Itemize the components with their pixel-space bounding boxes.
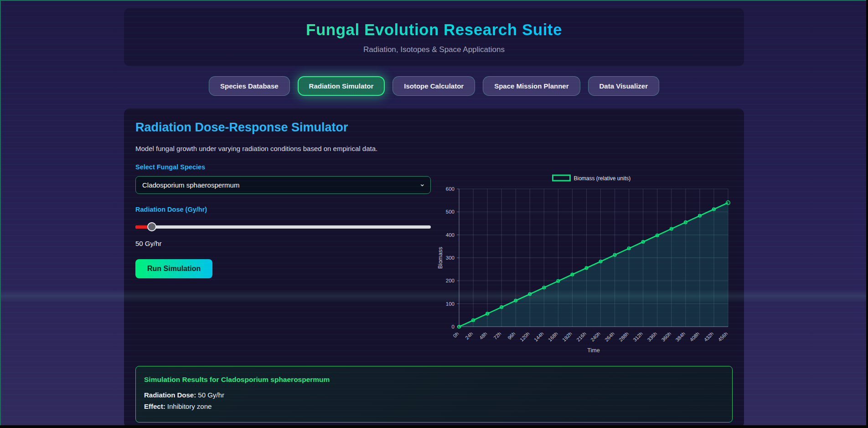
panel-description: Model fungal growth under varying radiat… [135,145,733,152]
svg-text:336h: 336h [646,331,658,343]
svg-text:288h: 288h [618,331,630,343]
svg-text:168h: 168h [547,331,559,343]
chart-legend: Biomass (relative units) [553,175,631,182]
results-effect-line: Effect: Inhibitory zone [144,402,724,410]
svg-text:300: 300 [446,255,455,261]
tab-radiation-simulator[interactable]: Radiation Simulator [298,76,385,96]
svg-text:200: 200 [446,278,455,283]
results-effect-label: Effect: [144,402,165,410]
radiation-simulator-panel: Radiation Dose-Response Simulator Model … [124,109,744,428]
svg-text:360h: 360h [660,331,672,343]
app-subtitle: Radiation, Isotopes & Space Applications [363,45,505,54]
panel-title: Radiation Dose-Response Simulator [135,120,733,135]
dose-slider-label: Radiation Dose (Gy/hr) [135,206,431,213]
app-header: Fungal Evolution Research Suite Radiatio… [124,8,744,66]
svg-text:120h: 120h [519,331,531,343]
simulator-content-row: Select Fungal Species Cladosporium sphae… [135,163,733,360]
svg-text:144h: 144h [533,331,545,343]
results-dose-value: 50 Gy/hr [196,391,224,399]
species-select[interactable]: Cladosporium sphaerospermum [135,176,431,194]
svg-text:0: 0 [452,324,455,329]
results-effect-value: Inhibitory zone [165,402,212,410]
svg-text:192h: 192h [561,331,573,343]
tab-species-database[interactable]: Species Database [209,76,290,96]
svg-text:456h: 456h [717,331,729,343]
svg-text:384h: 384h [674,331,686,343]
slider-track[interactable] [135,225,431,229]
tab-isotope-calculator[interactable]: Isotope Calculator [393,76,475,96]
page: Fungal Evolution Research Suite Radiatio… [0,0,868,428]
svg-text:0h: 0h [452,331,460,339]
svg-text:96h: 96h [506,331,516,340]
x-axis-title: Time [587,347,599,354]
svg-text:400: 400 [446,232,455,238]
svg-text:72h: 72h [492,331,502,340]
results-dose-label: Radiation Dose: [144,391,196,399]
run-simulation-button[interactable]: Run Simulation [135,259,212,278]
main-nav-tabs: Species Database Radiation Simulator Iso… [209,76,659,96]
svg-text:100: 100 [446,301,455,307]
radiation-dose-slider[interactable] [135,222,431,231]
species-select-label: Select Fungal Species [135,163,431,171]
svg-text:Biomass (relative units): Biomass (relative units) [574,175,631,182]
simulator-form: Select Fungal Species Cladosporium sphae… [135,163,431,360]
chart-column: 01002003004005006000h24h48h72h96h120h144… [431,163,735,360]
svg-text:240h: 240h [589,331,601,343]
tab-data-visualizer[interactable]: Data Visualizer [588,76,659,96]
species-select-wrap: Cladosporium sphaerospermum ⌄ [135,176,431,194]
tab-space-mission-planner[interactable]: Space Mission Planner [483,76,580,96]
slider-thumb[interactable] [147,222,156,231]
results-dose-line: Radiation Dose: 50 Gy/hr [144,391,724,399]
results-title: Simulation Results for Cladosporium spha… [144,376,724,384]
app-title: Fungal Evolution Research Suite [306,21,562,39]
y-axis-tick-labels: 0100200300400500600 [446,186,459,329]
svg-text:432h: 432h [703,331,715,343]
svg-text:216h: 216h [575,331,587,343]
svg-text:600: 600 [446,186,455,192]
svg-text:312h: 312h [632,331,644,343]
svg-text:24h: 24h [464,331,474,340]
y-axis-title: Biomass [437,247,444,269]
biomass-chart-svg: 01002003004005006000h24h48h72h96h120h144… [436,174,735,358]
svg-text:264h: 264h [604,331,615,343]
simulation-results-panel: Simulation Results for Cladosporium spha… [135,366,733,423]
dose-readout: 50 Gy/hr [135,240,431,247]
svg-text:408h: 408h [689,331,701,343]
svg-text:500: 500 [446,209,455,214]
svg-text:48h: 48h [478,331,488,340]
x-axis-tick-labels: 0h24h48h72h96h120h144h168h192h216h240h26… [452,331,728,343]
biomass-chart: 01002003004005006000h24h48h72h96h120h144… [436,174,735,360]
